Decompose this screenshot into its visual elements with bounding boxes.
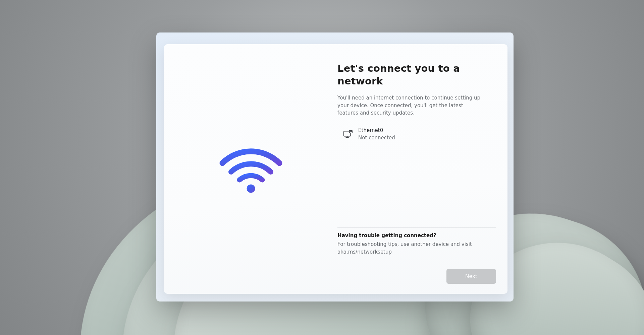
illustration-pane (164, 44, 337, 294)
content-pane: Let's connect you to a network You'll ne… (337, 44, 507, 294)
wifi-icon (217, 146, 284, 196)
svg-point-4 (247, 184, 255, 193)
troubleshoot-heading: Having trouble getting connected? (337, 232, 496, 239)
network-item-text: Ethernet0 Not connected (358, 127, 395, 142)
oobe-card: Let's connect you to a network You'll ne… (164, 44, 507, 294)
oobe-window: Let's connect you to a network You'll ne… (156, 32, 514, 302)
page-subtitle: You'll need an internet connection to co… (337, 94, 482, 117)
button-row: Next (337, 269, 496, 284)
network-name: Ethernet0 (358, 127, 395, 134)
ethernet-monitor-icon (343, 129, 353, 139)
page-title: Let's connect you to a network (337, 62, 475, 87)
network-item-ethernet0[interactable]: Ethernet0 Not connected (337, 126, 496, 143)
divider (337, 227, 496, 228)
spacer (337, 143, 496, 227)
next-button[interactable]: Next (446, 269, 496, 284)
network-status: Not connected (358, 134, 395, 142)
troubleshoot-text: For troubleshooting tips, use another de… (337, 241, 482, 256)
